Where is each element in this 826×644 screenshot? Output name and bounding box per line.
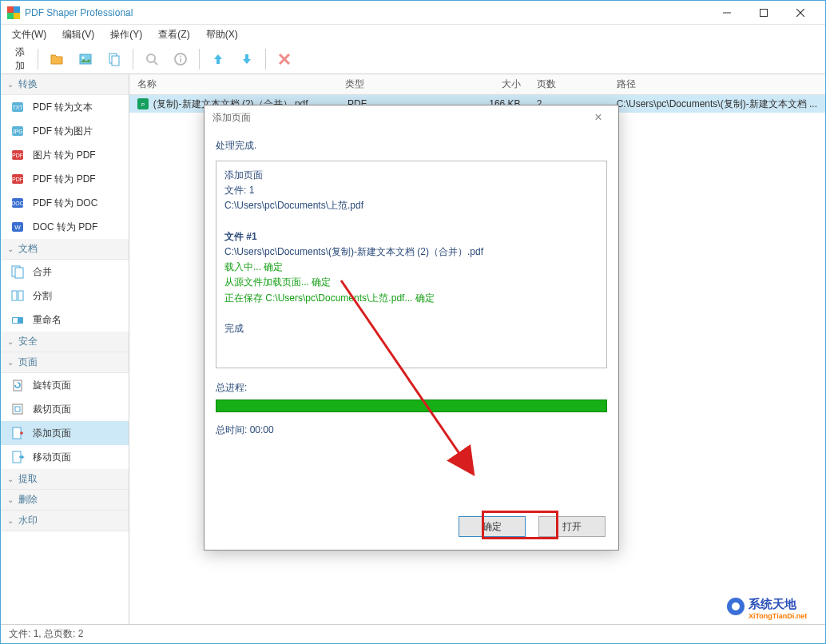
crop-icon (10, 402, 25, 416)
jpg-icon: JPG (10, 124, 25, 138)
svg-text:JPG: JPG (12, 129, 23, 134)
nav-add-pages[interactable]: 添加页面 (1, 421, 129, 445)
dialog-close-button[interactable]: × (586, 110, 610, 125)
col-size[interactable]: 大小 (449, 78, 529, 91)
merge-icon (10, 264, 25, 279)
svg-rect-3 (14, 13, 20, 19)
word-icon: W (10, 220, 25, 234)
category-security[interactable]: ⌄安全 (1, 332, 129, 352)
menu-help[interactable]: 帮助(X) (200, 26, 244, 44)
menu-view[interactable]: 查看(Z) (152, 26, 196, 44)
svg-rect-1 (14, 6, 20, 13)
time-label: 总时间: 00:00 (216, 423, 607, 437)
nav-pdf-to-pdf[interactable]: PDFPDF 转为 PDF (1, 167, 129, 191)
category-watermark[interactable]: ⌄水印 (1, 511, 129, 531)
nav-crop-pages[interactable]: 裁切页面 (1, 397, 129, 421)
category-convert[interactable]: ⌄转换 (1, 74, 129, 95)
watermark: 系统天地 XiTongTianDi.net (725, 592, 820, 622)
pdf-file-icon: P (137, 98, 149, 109)
svg-point-17 (180, 55, 181, 57)
svg-rect-0 (7, 6, 14, 13)
col-type[interactable]: 类型 (337, 78, 449, 91)
progress-bar (216, 400, 607, 412)
nav-pdf-to-image[interactable]: JPGPDF 转为图片 (1, 119, 129, 143)
close-button[interactable] (782, 1, 819, 25)
add-button-label: 添加 (15, 46, 25, 73)
svg-rect-5 (760, 9, 768, 16)
pdf-icon: PDF (10, 148, 25, 162)
image-button[interactable] (72, 46, 99, 72)
svg-rect-38 (13, 318, 18, 323)
svg-text:TXT: TXT (12, 105, 23, 110)
search-button[interactable] (138, 46, 165, 72)
svg-rect-36 (18, 291, 23, 300)
nav-rename[interactable]: 重命名 (1, 308, 129, 332)
nav-pdf-to-doc[interactable]: DOCPDF 转为 DOC (1, 191, 129, 215)
svg-text:XiTongTianDi.net: XiTongTianDi.net (749, 612, 807, 620)
dialog-log[interactable]: 添加页面 文件: 1 C:\Users\pc\Documents\上范.pdf … (216, 161, 607, 368)
svg-rect-40 (13, 404, 22, 414)
nav-pdf-to-text[interactable]: TXTPDF 转为文本 (1, 95, 129, 119)
svg-text:系统天地: 系统天地 (748, 597, 797, 610)
col-name[interactable]: 名称 (129, 78, 337, 91)
svg-text:PDF: PDF (12, 153, 23, 158)
category-pages[interactable]: ⌄页面 (1, 352, 129, 373)
copy-button[interactable] (101, 46, 128, 72)
list-header: 名称 类型 大小 页数 路径 (129, 74, 825, 95)
svg-text:P: P (141, 102, 145, 107)
dialog-status: 处理完成. (216, 139, 607, 153)
nav-move-pages[interactable]: 移动页面 (1, 445, 129, 469)
svg-rect-10 (80, 54, 91, 64)
nav-rotate-pages[interactable]: 旋转页面 (1, 373, 129, 397)
progress-label: 总进程: (216, 381, 607, 395)
up-button[interactable] (205, 46, 232, 72)
menu-action[interactable]: 操作(Y) (104, 26, 149, 44)
svg-rect-41 (15, 407, 20, 411)
delete-button[interactable] (271, 46, 298, 72)
txt-icon: TXT (10, 100, 25, 114)
svg-text:W: W (14, 224, 21, 231)
menubar: 文件(W) 编辑(V) 操作(Y) 查看(Z) 帮助(X) (1, 25, 825, 44)
category-delete[interactable]: ⌄删除 (1, 490, 129, 511)
maximize-button[interactable] (745, 1, 782, 25)
chevron-down-icon: ⌄ (7, 337, 14, 346)
category-extract[interactable]: ⌄提取 (1, 469, 129, 490)
category-document[interactable]: ⌄文档 (1, 239, 129, 260)
menu-file[interactable]: 文件(W) (6, 26, 53, 44)
folder-button[interactable] (43, 46, 70, 72)
svg-rect-42 (13, 427, 21, 439)
chevron-down-icon: ⌄ (7, 495, 14, 504)
svg-line-15 (154, 62, 157, 65)
nav-image-to-pdf[interactable]: PDF图片 转为 PDF (1, 143, 129, 167)
rename-icon (10, 312, 25, 327)
dialog-title: 添加页面 (212, 111, 251, 125)
down-button[interactable] (233, 46, 260, 72)
menu-edit[interactable]: 编辑(V) (56, 26, 101, 44)
file-path: C:\Users\pc\Documents\(复制)-新建文本文档 ... (609, 97, 825, 111)
doc-icon: DOC (10, 196, 25, 210)
svg-point-11 (82, 56, 85, 58)
add-button[interactable]: 添加 (6, 46, 33, 72)
svg-text:DOC: DOC (11, 201, 24, 206)
nav-split[interactable]: 分割 (1, 284, 129, 308)
col-path[interactable]: 路径 (609, 78, 825, 91)
addpage-icon (10, 426, 25, 440)
status-text: 文件: 1, 总页数: 2 (9, 627, 83, 641)
nav-merge[interactable]: 合并 (1, 260, 129, 284)
info-button[interactable] (167, 46, 194, 72)
svg-rect-2 (7, 13, 14, 19)
progress-dialog: 添加页面 × 处理完成. 添加页面 文件: 1 C:\Users\pc\Docu… (204, 105, 619, 551)
toolbar: 添加 (1, 44, 825, 74)
svg-text:PDF: PDF (12, 177, 23, 182)
rotate-icon (10, 378, 25, 392)
svg-rect-34 (15, 268, 23, 278)
annotation-highlight (482, 511, 558, 539)
minimize-button[interactable] (709, 1, 745, 25)
col-pages[interactable]: 页数 (529, 78, 609, 91)
svg-point-14 (147, 54, 155, 62)
svg-rect-13 (112, 56, 119, 66)
statusbar: 文件: 1, 总页数: 2 (1, 624, 825, 643)
nav-doc-to-pdf[interactable]: WDOC 转为 PDF (1, 215, 129, 239)
chevron-down-icon: ⌄ (7, 516, 14, 525)
app-title: PDF Shaper Professional (25, 7, 709, 18)
